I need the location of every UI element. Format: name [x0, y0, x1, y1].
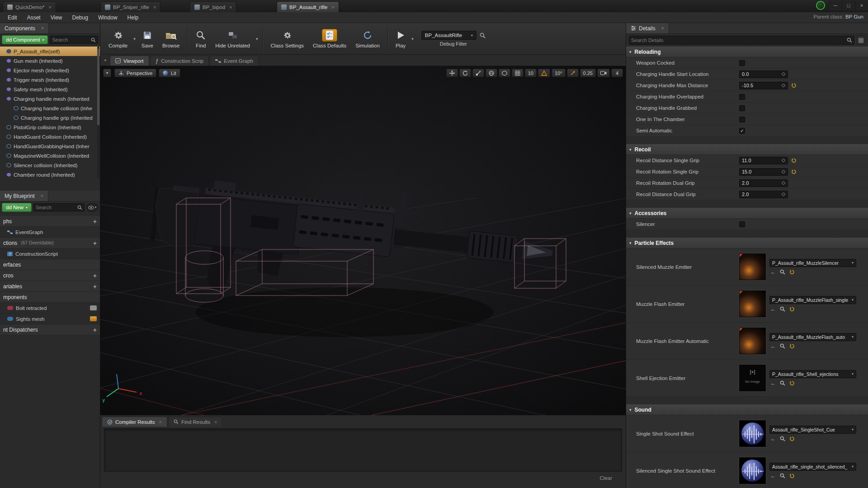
tree-row[interactable]: Trigger mesh (Inherited)	[0, 75, 100, 84]
viewport-3d[interactable]: x y ▾ Perspective Lit	[100, 66, 626, 415]
play-options-caret[interactable]: ▾	[410, 37, 415, 41]
tab-find-results[interactable]: Find Results ×	[168, 417, 222, 427]
particle-thumbnail[interactable]: [+] No Image	[739, 365, 766, 391]
viewport-options-button[interactable]: ▾	[103, 69, 111, 77]
asset-select[interactable]: Assault_rifle_SingleShot_Cue ▾	[769, 426, 856, 434]
browse-to-asset-icon[interactable]	[780, 473, 785, 479]
components-search-input[interactable]	[52, 37, 91, 42]
close-icon[interactable]: ×	[159, 419, 162, 425]
rotation-snap-value[interactable]: 10°	[552, 69, 566, 77]
mbp-section-functions[interactable]: ctions (67 Overridable) +	[0, 238, 100, 249]
simulation-button[interactable]: Simulation	[351, 25, 384, 53]
display-filter-button[interactable]	[856, 36, 865, 45]
my-blueprint-search[interactable]	[33, 203, 85, 211]
tree-row[interactable]: Charging handle grip (Inherited	[0, 113, 100, 122]
number-input[interactable]: 0.0	[739, 70, 788, 78]
my-blueprint-search-input[interactable]	[36, 205, 77, 210]
asset-select[interactable]: P_Assault_rifle_MuzzleSilencer ▾	[769, 259, 856, 267]
mbp-section-variables[interactable]: ariables +	[0, 281, 100, 292]
particle-thumbnail[interactable]	[739, 291, 766, 317]
tree-row[interactable]: PistolGrip collision (Inherited)	[0, 122, 100, 132]
menu-asset[interactable]: Asset	[22, 13, 46, 22]
number-input[interactable]: 2.0	[739, 179, 788, 187]
use-selected-asset-icon[interactable]: ←	[770, 343, 776, 349]
mbp-item-bolt-retracted[interactable]: Bolt retracted	[0, 303, 100, 314]
save-button[interactable]: Save	[137, 25, 158, 53]
scale-tool-button[interactable]	[472, 69, 484, 77]
browse-to-asset-icon[interactable]	[780, 380, 785, 386]
category-particle-effects[interactable]: ▾ Particle Effects	[626, 238, 868, 249]
mbp-item-constructionscript[interactable]: f ConstructionScript	[0, 249, 100, 259]
scrollbar[interactable]	[97, 47, 99, 178]
checkbox[interactable]	[739, 105, 745, 111]
debug-search-icon[interactable]	[480, 33, 486, 38]
tab-viewport[interactable]: Viewport	[110, 56, 149, 66]
tree-row[interactable]: HandGuard Collision (Inherited)	[0, 132, 100, 141]
tree-row[interactable]: Charging handle mesh (Inherited	[0, 94, 100, 103]
particle-thumbnail[interactable]	[739, 328, 766, 354]
compile-options-caret[interactable]: ▾	[132, 37, 137, 41]
number-input[interactable]: 15.0	[739, 168, 788, 176]
asset-select[interactable]: P_Assault_rifle_MuzzleFlash_single ▾	[769, 296, 856, 304]
find-button[interactable]: Find	[191, 25, 211, 53]
menu-help[interactable]: Help	[123, 13, 144, 22]
tree-row[interactable]: Gun mesh (Inherited)	[0, 56, 100, 66]
add-dispatcher-icon[interactable]: +	[93, 327, 97, 333]
menu-view[interactable]: View	[46, 13, 67, 22]
tab-construction-script[interactable]: ƒ Construction Scrip	[150, 56, 209, 66]
compile-button[interactable]: Compile	[104, 25, 132, 53]
coordinate-system-button[interactable]	[486, 69, 497, 77]
slider-handle-icon[interactable]	[782, 192, 785, 196]
number-input[interactable]: -10.5	[739, 82, 788, 89]
sound-thumbnail[interactable]	[739, 420, 766, 447]
camera-speed-value[interactable]: 4	[611, 69, 623, 77]
number-input[interactable]: 11.0	[739, 157, 788, 164]
slider-handle-icon[interactable]	[782, 159, 785, 162]
add-variable-icon[interactable]: +	[93, 283, 97, 290]
use-selected-asset-icon[interactable]: ←	[770, 269, 776, 275]
translate-tool-button[interactable]	[446, 69, 458, 77]
tab-quickdemo[interactable]: QuickDemo* ×	[3, 1, 56, 12]
lit-mode-button[interactable]: Lit	[159, 69, 180, 77]
add-function-icon[interactable]: +	[93, 240, 97, 246]
revert-to-default-icon[interactable]	[791, 158, 797, 163]
mbp-section-event-dispatchers[interactable]: nt Dispatchers +	[0, 324, 100, 335]
reset-asset-icon[interactable]	[789, 436, 795, 441]
close-icon[interactable]: ×	[229, 5, 232, 10]
menu-debug[interactable]: Debug	[67, 13, 93, 22]
slider-handle-icon[interactable]	[782, 72, 785, 76]
add-macro-icon[interactable]: +	[93, 272, 97, 279]
surface-snap-button[interactable]	[499, 69, 510, 77]
add-component-button[interactable]: dd Component ▾	[2, 35, 48, 44]
tree-row[interactable]: Chamber round (Inherited)	[0, 170, 100, 179]
reset-asset-icon[interactable]	[789, 473, 795, 479]
reset-asset-icon[interactable]	[789, 380, 795, 386]
use-selected-asset-icon[interactable]: ←	[770, 380, 776, 386]
category-reloading[interactable]: ▾ Reloading	[626, 47, 868, 57]
slider-handle-icon[interactable]	[782, 181, 785, 185]
tree-row[interactable]: Safety mesh (Inherited)	[0, 84, 100, 94]
close-icon[interactable]: ×	[661, 26, 664, 31]
tab-bp-sniper-rifle[interactable]: BP_Sniper_rifle ×	[100, 1, 160, 12]
close-icon[interactable]: ×	[331, 5, 334, 10]
mbp-section-components[interactable]: mponents	[0, 292, 100, 303]
close-icon[interactable]: ×	[41, 26, 44, 31]
mbp-section-macros[interactable]: cros +	[0, 270, 100, 281]
hide-unrelated-button[interactable]: Hide Unrelated	[211, 25, 255, 53]
tree-row[interactable]: HandGuardGrabbingHand (Inher	[0, 141, 100, 151]
checkbox[interactable]	[739, 60, 745, 66]
mbp-section-interfaces[interactable]: erfaces	[0, 259, 100, 270]
reset-asset-icon[interactable]	[789, 306, 795, 312]
close-icon[interactable]: ×	[214, 419, 217, 425]
details-search-input[interactable]	[631, 38, 847, 43]
rotate-tool-button[interactable]	[459, 69, 471, 77]
browse-button[interactable]: Browse	[158, 25, 184, 53]
use-selected-asset-icon[interactable]: ←	[770, 436, 776, 442]
close-icon[interactable]: ×	[41, 193, 43, 198]
compiler-results-log[interactable]	[104, 428, 622, 472]
tree-row[interactable]: Charging handle collision (Inhe	[0, 103, 100, 113]
close-icon[interactable]: ×	[153, 5, 156, 10]
maximize-button[interactable]: □	[842, 0, 855, 10]
details-search-box[interactable]	[629, 36, 854, 45]
asset-select[interactable]: P_Assault_rifle_MuzzleFlash_auto ▾	[769, 333, 856, 341]
